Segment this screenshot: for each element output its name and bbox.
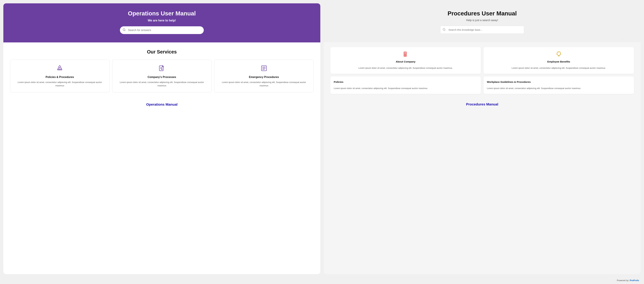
left-hero-subtitle: We are here to help! [14,19,310,22]
list-icon [218,65,310,73]
left-panel: Operations User Manual We are here to he… [3,3,320,274]
right-card-policies[interactable]: Policies Lorem ipsum dolor sit amet, con… [330,76,481,94]
operations-manual-link[interactable]: Operations Manual [146,102,178,106]
service-card-title-0: Policies & Procedures [14,76,106,79]
left-search-input[interactable] [120,26,204,34]
powered-by-label: Powered by: [617,279,629,282]
right-card-text-policies: Lorem ipsum dolor sit amet, consectetur … [334,87,478,90]
svg-point-3 [60,68,60,68]
right-search-input[interactable] [440,26,524,34]
right-content: About Company Lorem ipsum dolor sit amet… [324,42,641,274]
right-card-workplace[interactable]: Workplace Guidelines & Procedures Lorem … [484,76,634,94]
right-card-text-workplace: Lorem ipsum dolor sit amet, consectetur … [487,87,630,90]
right-card-text-about: Lorem ipsum dolor sit amet, consectetur … [334,66,478,70]
left-hero: Operations User Manual We are here to he… [3,3,320,42]
right-card-title-benefits: Employee Benefits [548,60,570,63]
services-grid: Policies & Procedures Lorem ipsum dolor … [10,60,314,92]
service-card-title-2: Emergency Procedures [218,76,310,79]
service-card-processes[interactable]: Company's Processes Lorem ipsum dolor si… [112,60,212,92]
service-card-title-1: Company's Processes [116,76,208,79]
right-hero-subtitle: Help is just a search away! [334,19,630,22]
right-panel: Procedures User Manual Help is just a se… [324,3,641,274]
service-card-text-0: Lorem ipsum dolor sit amet, consectetur … [14,81,106,87]
left-search-container [120,26,204,34]
right-card-about[interactable]: About Company Lorem ipsum dolor sit amet… [330,47,481,74]
right-hero-title: Procedures User Manual [334,10,630,17]
right-hero: Procedures User Manual Help is just a se… [324,3,641,42]
left-footer-link[interactable]: Operations Manual [10,99,314,112]
right-card-top-benefits: Employee Benefits [487,51,630,65]
left-content: Our Services Policies & Procedures Lorem… [3,42,320,116]
svg-rect-15 [404,52,406,53]
hero-background-decoration [324,3,641,42]
right-search-icon [442,28,446,32]
services-title: Our Services [10,49,314,55]
edit-icon [116,65,208,73]
service-card-text-1: Lorem ipsum dolor sit amet, consectetur … [116,81,208,87]
right-card-title-policies: Policies [334,80,343,83]
right-card-top-workplace: Workplace Guidelines & Procedures [487,80,630,85]
right-cards-grid: About Company Lorem ipsum dolor sit amet… [330,47,634,94]
book-icon [403,51,409,58]
left-hero-title: Operations User Manual [14,10,310,17]
svg-line-1 [124,30,125,31]
right-card-text-benefits: Lorem ipsum dolor sit amet, consectetur … [487,66,630,70]
page-footer: Powered by: ProProfs [0,278,644,284]
right-card-title-workplace: Workplace Guidelines & Procedures [487,80,531,83]
search-icon [122,28,126,32]
right-card-title-about: About Company [396,60,416,63]
right-search-container [440,26,524,34]
bulb-icon [556,51,562,58]
service-card-emergency[interactable]: Emergency Procedures Lorem ipsum dolor s… [214,60,314,92]
svg-rect-4 [159,66,163,71]
service-card-text-2: Lorem ipsum dolor sit amet, consectetur … [218,81,310,87]
service-card-policies[interactable]: Policies & Procedures Lorem ipsum dolor … [10,60,110,92]
right-footer-link[interactable]: Procedures Manual [330,100,634,110]
svg-rect-16 [404,53,406,54]
procedures-manual-link[interactable]: Procedures Manual [466,102,498,106]
proprofs-brand: ProProfs [630,279,639,282]
right-card-top-about: About Company [334,51,478,65]
svg-line-12 [444,30,445,30]
right-card-top-policies: Policies [334,80,478,85]
right-card-benefits[interactable]: Employee Benefits Lorem ipsum dolor sit … [484,47,634,74]
rocket-icon [14,65,106,73]
